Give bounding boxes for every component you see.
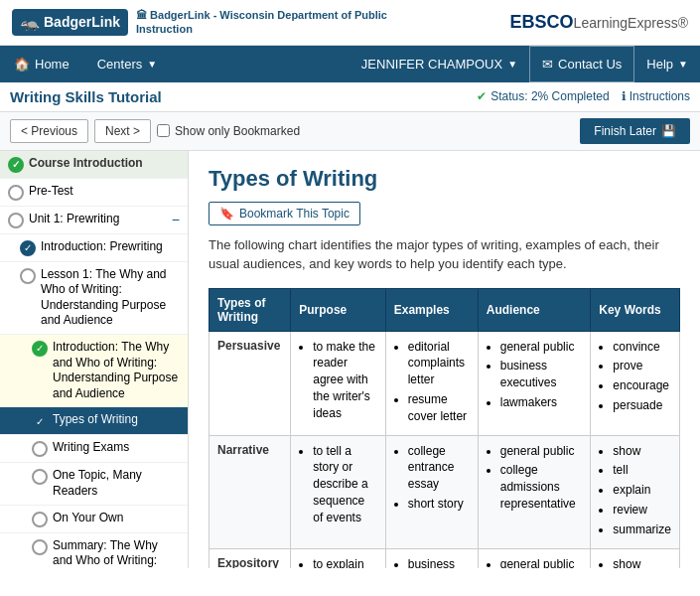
col-header-purpose: Purpose — [291, 288, 385, 331]
check-icon: ✓ — [20, 240, 36, 256]
sidebar-item-intro-prewriting[interactable]: ✓ Introduction: Prewriting — [0, 234, 188, 262]
sidebar: ✓ Course Introduction Pre-Test Unit 1: P… — [0, 151, 189, 568]
audience-cell: general public business executives lawma… — [478, 331, 591, 435]
check-icon: ✓ — [32, 413, 48, 429]
status-badge: ✔ Status: 2% Completed — [477, 89, 609, 103]
sidebar-item-writing-exams[interactable]: Writing Exams — [0, 435, 188, 463]
sidebar-item-unit1[interactable]: Unit 1: Prewriting − — [0, 207, 188, 234]
nav-help[interactable]: Help ▼ — [634, 47, 700, 81]
col-header-type: Types of Writing — [210, 288, 291, 331]
sub-header: Writing Skills Tutorial ✔ Status: 2% Com… — [0, 82, 700, 112]
purpose-cell: to tell a story or describe a sequence o… — [291, 435, 385, 548]
content-area: Types of Writing 🔖 Bookmark This Topic T… — [189, 151, 700, 568]
purpose-cell: to make the reader agree with the writer… — [291, 331, 385, 435]
info-icon: ℹ — [622, 89, 627, 103]
ebsco-logo: EBSCOLearningExpress® — [510, 12, 688, 33]
check-icon: ✓ — [32, 341, 48, 357]
toolbar: < Previous Next > Show only Bookmarked F… — [0, 112, 700, 151]
circle-icon — [32, 469, 48, 485]
audience-cell: general public college admissions repres… — [478, 435, 591, 548]
audience-cell: general public — [478, 548, 591, 568]
circle-icon — [8, 213, 24, 228]
bookmark-button[interactable]: 🔖 Bookmark This Topic — [209, 202, 360, 225]
circle-icon — [32, 539, 48, 555]
table-row: Persuasive to make the reader agree with… — [210, 331, 680, 435]
sidebar-item-on-your-own[interactable]: On Your Own — [0, 506, 188, 533]
sidebar-item-intro-why[interactable]: ✓ Introduction: The Why and Who of Writi… — [0, 335, 188, 407]
col-header-audience: Audience — [478, 288, 591, 331]
nav-centers[interactable]: Centers ▼ — [83, 47, 171, 81]
circle-icon — [32, 441, 48, 457]
badgerlink-logo: 🦡 BadgerLink — [12, 9, 128, 36]
check-icon: ✓ — [8, 157, 24, 173]
collapse-icon: − — [172, 212, 180, 227]
bookmark-filter[interactable]: Show only Bookmarked — [157, 124, 300, 138]
type-cell: Persuasive — [210, 331, 291, 435]
type-cell: Narrative — [210, 435, 291, 548]
table-row: Expository to explain how an business pr… — [210, 548, 680, 568]
prev-button[interactable]: < Previous — [10, 119, 88, 143]
sidebar-item-types-writing[interactable]: ✓ Types of Writing — [0, 407, 188, 435]
logo-text: BadgerLink — [44, 14, 120, 30]
check-icon: ✔ — [477, 89, 487, 103]
chevron-down-icon: ▼ — [507, 59, 517, 70]
content-title: Types of Writing — [209, 166, 680, 192]
keywords-cell: show tell explain review summarize — [591, 435, 680, 548]
keywords-cell: convince prove encourage persuade — [591, 331, 680, 435]
examples-cell: editorial complaints letter resume cover… — [385, 331, 478, 435]
sidebar-item-pretest[interactable]: Pre-Test — [0, 179, 188, 207]
examples-cell: college entrance essay short story — [385, 435, 478, 548]
top-header: 🦡 BadgerLink 🏛 BadgerLink - Wisconsin De… — [0, 0, 700, 46]
chevron-down-icon: ▼ — [678, 59, 688, 70]
dept-info: 🏛 BadgerLink - Wisconsin Department of P… — [136, 8, 387, 37]
status-area: ✔ Status: 2% Completed ℹ Instructions — [477, 89, 690, 103]
content-description: The following chart identifies the major… — [209, 235, 680, 274]
sidebar-item-one-topic[interactable]: One Topic, Many Readers — [0, 463, 188, 505]
sidebar-item-course-intro[interactable]: ✓ Course Introduction — [0, 151, 188, 179]
writing-table: Types of Writing Purpose Examples Audien… — [209, 288, 680, 568]
table-row: Narrative to tell a story or describe a … — [210, 435, 680, 548]
sidebar-item-summary-why[interactable]: Summary: The Why and Who of Writing: Und… — [0, 533, 188, 568]
logo-area: 🦡 BadgerLink 🏛 BadgerLink - Wisconsin De… — [12, 8, 387, 37]
bookmark-icon: 🔖 — [219, 207, 234, 221]
next-button[interactable]: Next > — [94, 119, 151, 143]
envelope-icon: ✉ — [542, 57, 553, 72]
nav-bar: 🏠 Home Centers ▼ JENNIFER CHAMPOUX ▼ ✉ C… — [0, 46, 700, 82]
col-header-examples: Examples — [385, 288, 478, 331]
bookmark-checkbox[interactable] — [157, 124, 170, 137]
nav-user[interactable]: JENNIFER CHAMPOUX ▼ — [350, 47, 529, 81]
nav-contact[interactable]: ✉ Contact Us — [529, 46, 634, 82]
main-layout: ✓ Course Introduction Pre-Test Unit 1: P… — [0, 151, 700, 568]
badger-icon: 🦡 — [20, 13, 40, 32]
type-cell: Expository — [210, 548, 291, 568]
save-icon: 💾 — [661, 124, 676, 138]
dept-line2: Instruction — [136, 23, 193, 35]
instructions-link[interactable]: ℹ Instructions — [622, 89, 690, 103]
keywords-cell: show tell — [591, 548, 680, 568]
sidebar-item-lesson1[interactable]: Lesson 1: The Why and Who of Writing: Un… — [0, 262, 188, 335]
col-header-keywords: Key Words — [591, 288, 680, 331]
toolbar-left: < Previous Next > Show only Bookmarked — [10, 119, 300, 143]
finish-later-button[interactable]: Finish Later 💾 — [580, 118, 690, 144]
dept-line1: 🏛 BadgerLink - Wisconsin Department of P… — [136, 9, 387, 21]
examples-cell: business proposal friendly — [385, 548, 478, 568]
circle-icon — [8, 185, 24, 201]
circle-icon — [20, 268, 36, 284]
purpose-cell: to explain how an — [291, 548, 385, 568]
page-title: Writing Skills Tutorial — [10, 88, 162, 105]
circle-icon — [32, 512, 48, 527]
nav-home[interactable]: 🏠 Home — [0, 47, 83, 81]
chevron-down-icon: ▼ — [147, 59, 157, 70]
home-icon: 🏠 — [14, 57, 30, 72]
